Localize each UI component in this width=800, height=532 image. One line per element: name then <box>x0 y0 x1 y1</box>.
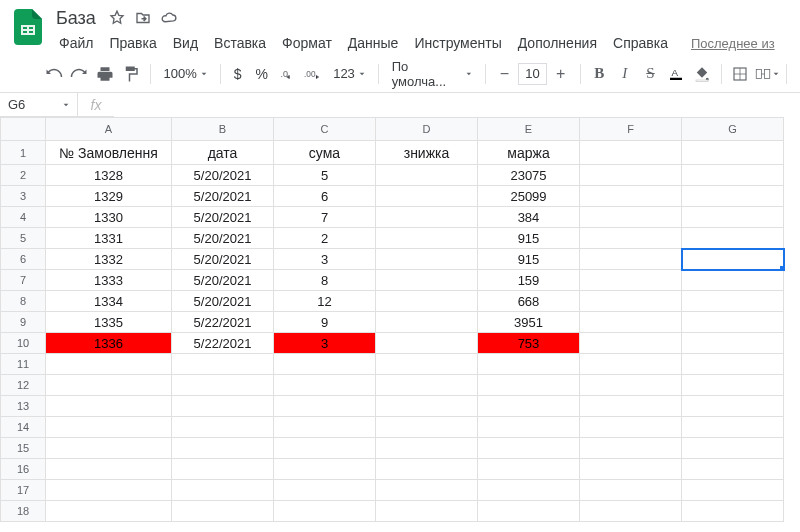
cell-G6[interactable] <box>682 249 784 270</box>
cell-C8[interactable]: 12 <box>274 291 376 312</box>
cell-B1[interactable]: дата <box>172 141 274 165</box>
column-header-C[interactable]: C <box>274 118 376 141</box>
menu-insert[interactable]: Вставка <box>207 32 273 54</box>
cell-F9[interactable] <box>580 312 682 333</box>
cell-A7[interactable]: 1333 <box>46 270 172 291</box>
cell-F17[interactable] <box>580 480 682 501</box>
cell-A14[interactable] <box>46 417 172 438</box>
row-header-13[interactable]: 13 <box>1 396 46 417</box>
cell-C4[interactable]: 7 <box>274 207 376 228</box>
cell-C9[interactable]: 9 <box>274 312 376 333</box>
italic-button[interactable]: I <box>613 61 637 87</box>
increase-decimal-button[interactable]: .00 <box>302 61 326 87</box>
cell-C6[interactable]: 3 <box>274 249 376 270</box>
cell-F15[interactable] <box>580 438 682 459</box>
cell-B3[interactable]: 5/20/2021 <box>172 186 274 207</box>
row-header-14[interactable]: 14 <box>1 417 46 438</box>
font-size-decrease[interactable]: − <box>493 61 517 87</box>
cell-F16[interactable] <box>580 459 682 480</box>
cell-A16[interactable] <box>46 459 172 480</box>
cell-D13[interactable] <box>376 396 478 417</box>
cell-D6[interactable] <box>376 249 478 270</box>
cell-F8[interactable] <box>580 291 682 312</box>
cell-G5[interactable] <box>682 228 784 249</box>
cell-A17[interactable] <box>46 480 172 501</box>
cell-G13[interactable] <box>682 396 784 417</box>
cell-F4[interactable] <box>580 207 682 228</box>
cell-C1[interactable]: сума <box>274 141 376 165</box>
name-box[interactable]: G6 <box>0 93 78 117</box>
cell-G15[interactable] <box>682 438 784 459</box>
cell-B12[interactable] <box>172 375 274 396</box>
cell-E10[interactable]: 753 <box>478 333 580 354</box>
cell-D14[interactable] <box>376 417 478 438</box>
cell-A1[interactable]: № Замовлення <box>46 141 172 165</box>
cell-A18[interactable] <box>46 501 172 522</box>
row-header-7[interactable]: 7 <box>1 270 46 291</box>
cell-B17[interactable] <box>172 480 274 501</box>
cell-D7[interactable] <box>376 270 478 291</box>
cell-E1[interactable]: маржа <box>478 141 580 165</box>
column-header-E[interactable]: E <box>478 118 580 141</box>
cell-G10[interactable] <box>682 333 784 354</box>
star-icon[interactable] <box>108 9 126 27</box>
cell-E9[interactable]: 3951 <box>478 312 580 333</box>
cell-E17[interactable] <box>478 480 580 501</box>
text-color-button[interactable]: A <box>664 61 688 87</box>
cell-D5[interactable] <box>376 228 478 249</box>
cell-C18[interactable] <box>274 501 376 522</box>
cell-E3[interactable]: 25099 <box>478 186 580 207</box>
cell-D1[interactable]: знижка <box>376 141 478 165</box>
cell-F11[interactable] <box>580 354 682 375</box>
cell-D4[interactable] <box>376 207 478 228</box>
cell-G16[interactable] <box>682 459 784 480</box>
cell-A11[interactable] <box>46 354 172 375</box>
menu-edit[interactable]: Правка <box>102 32 163 54</box>
cell-F10[interactable] <box>580 333 682 354</box>
cell-A13[interactable] <box>46 396 172 417</box>
cell-C12[interactable] <box>274 375 376 396</box>
print-button[interactable] <box>93 61 117 87</box>
strikethrough-button[interactable]: S <box>639 61 663 87</box>
cell-B10[interactable]: 5/22/2021 <box>172 333 274 354</box>
cell-G17[interactable] <box>682 480 784 501</box>
menu-format[interactable]: Формат <box>275 32 339 54</box>
font-size-input[interactable]: 10 <box>518 63 547 85</box>
last-edit-link[interactable]: Последнее из <box>691 36 775 51</box>
cell-G18[interactable] <box>682 501 784 522</box>
decrease-decimal-button[interactable]: .0 <box>276 61 300 87</box>
move-icon[interactable] <box>134 9 152 27</box>
cell-A10[interactable]: 1336 <box>46 333 172 354</box>
cell-A2[interactable]: 1328 <box>46 165 172 186</box>
cell-B8[interactable]: 5/20/2021 <box>172 291 274 312</box>
cell-E6[interactable]: 915 <box>478 249 580 270</box>
formula-input[interactable] <box>114 93 800 117</box>
column-header-F[interactable]: F <box>580 118 682 141</box>
cell-E8[interactable]: 668 <box>478 291 580 312</box>
cell-C5[interactable]: 2 <box>274 228 376 249</box>
menu-data[interactable]: Данные <box>341 32 406 54</box>
cell-A15[interactable] <box>46 438 172 459</box>
cell-D3[interactable] <box>376 186 478 207</box>
cell-G8[interactable] <box>682 291 784 312</box>
cell-F2[interactable] <box>580 165 682 186</box>
cell-E13[interactable] <box>478 396 580 417</box>
cell-C2[interactable]: 5 <box>274 165 376 186</box>
cell-F13[interactable] <box>580 396 682 417</box>
row-header-5[interactable]: 5 <box>1 228 46 249</box>
cell-B6[interactable]: 5/20/2021 <box>172 249 274 270</box>
cell-E7[interactable]: 159 <box>478 270 580 291</box>
cell-G3[interactable] <box>682 186 784 207</box>
cell-G11[interactable] <box>682 354 784 375</box>
cell-D8[interactable] <box>376 291 478 312</box>
paint-format-button[interactable] <box>119 61 143 87</box>
cell-B11[interactable] <box>172 354 274 375</box>
bold-button[interactable]: B <box>587 61 611 87</box>
menu-view[interactable]: Вид <box>166 32 205 54</box>
column-header-B[interactable]: B <box>172 118 274 141</box>
fill-color-button[interactable] <box>690 61 714 87</box>
cell-C13[interactable] <box>274 396 376 417</box>
more-formats-dropdown[interactable]: 123 <box>327 61 371 87</box>
cell-F12[interactable] <box>580 375 682 396</box>
row-header-9[interactable]: 9 <box>1 312 46 333</box>
